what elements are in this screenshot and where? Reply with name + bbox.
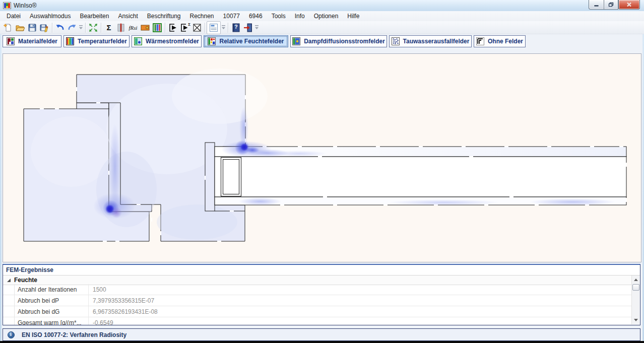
toolbar-overflow-chevron[interactable]	[254, 22, 260, 33]
exit-door-icon[interactable]	[242, 22, 254, 33]
collapse-expander-icon[interactable]	[7, 279, 11, 282]
tab-label: Materialfelder	[18, 38, 57, 45]
menu-ansicht[interactable]: Ansicht	[113, 12, 142, 21]
window-controls	[589, 0, 640, 10]
table-row[interactable]: Anzahl der Iterationen 1500	[3, 284, 632, 295]
relative-feuchtefelder-icon	[208, 37, 216, 45]
materialfelder-icon	[7, 37, 15, 45]
title-bar: WinIso®	[0, 0, 644, 12]
tab-label: Temperaturfelder	[78, 38, 127, 45]
menu-datei[interactable]: Datei	[2, 12, 25, 21]
row-label: Anzahl der Iterationen	[15, 284, 89, 295]
save-icon[interactable]	[26, 22, 38, 33]
row-gutter	[3, 306, 15, 317]
redo-icon[interactable]	[66, 22, 78, 33]
temperaturfelder-icon	[66, 37, 74, 45]
mini-sigma-glyph: Σ	[188, 22, 190, 27]
info-icon: i	[8, 331, 15, 338]
row-label: Abbruch bei dP	[15, 295, 89, 306]
tab-label: Dampfdiffusionsstromfelder	[304, 38, 385, 45]
report-list-icon[interactable]	[207, 21, 221, 34]
menu-info[interactable]: Info	[290, 12, 309, 21]
row-label: Abbruch bei dG	[15, 306, 89, 317]
close-button[interactable]	[618, 0, 640, 10]
undo-icon[interactable]	[54, 22, 66, 33]
scrollbar-thumb[interactable]	[632, 284, 639, 291]
status-text: EN ISO 10077-2: Verfahren Radiosity	[22, 331, 126, 338]
minimize-button[interactable]	[589, 0, 604, 10]
new-document-icon[interactable]	[2, 22, 14, 33]
row-value: 1500	[89, 286, 106, 293]
zoom-extents-icon[interactable]	[87, 22, 99, 33]
tauwasserausfallfelder-icon	[392, 37, 400, 45]
row-value: -0,6549	[89, 319, 113, 325]
open-folder-icon[interactable]	[14, 22, 26, 33]
run-calculation-icon[interactable]	[167, 22, 179, 33]
help-question-glyph: ?	[234, 24, 238, 30]
tab-dampfdiffusionsstromfelder[interactable]: Dampfdiffusionsstromfelder	[290, 35, 387, 47]
tab-label: Wärmestromfelder	[146, 38, 199, 45]
tab-ohne-felder[interactable]: Ohne Felder	[474, 35, 526, 47]
menu-rechnen[interactable]: Rechnen	[185, 12, 219, 21]
save-as-icon[interactable]	[38, 22, 50, 33]
sum-icon[interactable]: Σ	[103, 22, 115, 33]
menu-bearbeiten[interactable]: Bearbeiten	[75, 12, 113, 21]
tab-label: Tauwasserausfallfelder	[403, 38, 470, 45]
fem-rows: Anzahl der Iterationen 1500 Abbruch bei …	[3, 284, 632, 325]
fem-humidity-field-drawing	[3, 54, 641, 262]
toolbar-overflow-chevron[interactable]	[221, 22, 226, 33]
menu-optionen[interactable]: Optionen	[309, 12, 343, 21]
row-gutter	[3, 295, 15, 306]
vertical-scrollbar[interactable]	[631, 276, 639, 324]
row-gutter	[3, 284, 15, 295]
menu-hilfe[interactable]: Hilfe	[343, 12, 364, 21]
tab-relative-feuchtefelder[interactable]: Relative Feuchtefelder	[204, 35, 288, 47]
toolbar-overflow-chevron[interactable]	[78, 22, 84, 33]
row-label: Ggesamt warm [g/(m*...	[15, 317, 89, 325]
tab-label: Relative Feuchtefelder	[219, 38, 284, 45]
row-gutter	[3, 317, 15, 325]
menu-10077[interactable]: 10077	[219, 12, 244, 21]
layer-fields-icon[interactable]	[151, 22, 163, 33]
tab-temperaturfelder[interactable]: Temperaturfelder	[63, 35, 130, 47]
menu-tools[interactable]: Tools	[267, 12, 290, 21]
menu-6946[interactable]: 6946	[244, 12, 267, 21]
table-row[interactable]: Ggesamt warm [g/(m*... -0,6549	[3, 317, 632, 325]
frsi-factor-icon[interactable]: fRsi	[127, 22, 139, 33]
drawing-canvas[interactable]	[3, 53, 641, 262]
tab-waermestromfelder[interactable]: Wärmestromfelder	[132, 35, 202, 47]
ohne-felder-icon	[476, 37, 484, 45]
field-type-buttons: Materialfelder Temperaturfelder Wärmestr…	[3, 35, 526, 48]
toolbar-separator	[52, 23, 52, 33]
scroll-up-arrow[interactable]	[632, 276, 639, 284]
menu-bar: Datei Auswahlmodus Bearbeiten Ansicht Be…	[0, 11, 644, 21]
beam-section-icon[interactable]	[115, 22, 127, 33]
toolbar-separator	[165, 23, 165, 33]
status-bar: i EN ISO 10077-2: Verfahren Radiosity	[3, 328, 640, 341]
menu-auswahlmodus[interactable]: Auswahlmodus	[25, 12, 75, 21]
tab-tauwasserausfallfelder[interactable]: Tauwasserausfallfelder	[389, 35, 472, 47]
window-frame-left	[0, 0, 2, 341]
fem-results-panel: FEM-Ergebnisse Feuchte Anzahl der Iterat…	[3, 264, 640, 325]
tab-label: Ohne Felder	[488, 38, 523, 45]
restore-button[interactable]	[604, 0, 618, 10]
cancel-calculation-icon[interactable]	[191, 22, 203, 33]
window-title: WinIso®	[14, 2, 37, 9]
menu-beschriftung[interactable]: Beschriftung	[143, 12, 185, 21]
tab-materialfelder[interactable]: Materialfelder	[3, 35, 61, 47]
help-book-icon[interactable]: ?	[230, 22, 242, 33]
toolbar-separator	[205, 23, 205, 33]
waermestromfelder-icon	[134, 37, 142, 45]
fem-panel-title: FEM-Ergebnisse	[3, 265, 640, 276]
toolbar-separator	[228, 23, 228, 33]
material-block-icon[interactable]	[139, 22, 151, 33]
run-calculation-sum-icon[interactable]: Σ	[179, 22, 191, 33]
table-row[interactable]: Abbruch bei dG 6,96735826193431E-08	[3, 306, 632, 317]
dampfdiffusionsstromfelder-icon	[292, 37, 300, 45]
info-glyph: i	[10, 331, 12, 337]
toolbar: Σ fRsi	[0, 21, 644, 34]
app-window: WinIso® Datei Auswahlmodus Bearbeiten	[0, 0, 644, 341]
toolbar-separator	[85, 23, 86, 33]
scroll-down-arrow[interactable]	[632, 316, 639, 324]
table-row[interactable]: Abbruch bei dP 7,3979353356315E-07	[3, 295, 632, 306]
